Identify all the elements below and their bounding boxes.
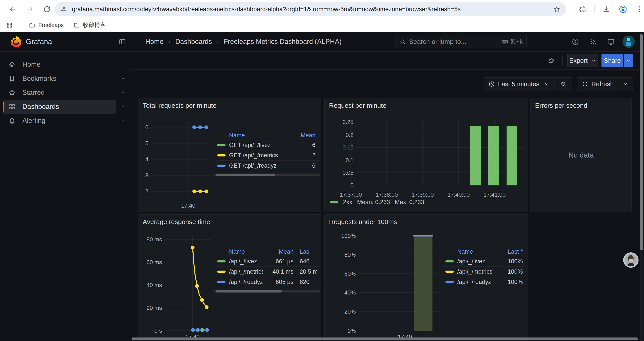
- grafana-app: Grafana Home › Dashboards › Freeleaps Me…: [0, 32, 644, 341]
- chevron-down-icon[interactable]: [120, 104, 126, 110]
- legend-header-mean[interactable]: Mean: [263, 248, 294, 255]
- svg-text:0 s: 0 s: [154, 327, 162, 334]
- toolbar-divider: [562, 56, 563, 65]
- legend-series-name[interactable]: /api/_/livez: [229, 258, 263, 265]
- url-text[interactable]: grafana.mathmast.com/d/deytv4rwavabkb/fr…: [72, 6, 553, 13]
- browser-reload-button[interactable]: [43, 5, 51, 13]
- legend-row: /api/_/readyz 100%: [442, 277, 524, 287]
- panel-title[interactable]: Requests under 100ms: [329, 218, 397, 226]
- legend-series-name[interactable]: GET /api/_/readyz: [229, 162, 287, 169]
- floating-assistant-avatar[interactable]: [623, 252, 638, 268]
- legend-scrollbar[interactable]: [214, 174, 320, 176]
- sidebar-toggle-icon[interactable]: [118, 38, 126, 46]
- folder-icon: [74, 22, 80, 29]
- legend-header-last[interactable]: Las: [294, 248, 320, 255]
- share-menu-button[interactable]: [624, 54, 633, 67]
- bookmark-icon: [8, 75, 16, 82]
- favorite-star-icon[interactable]: [548, 57, 555, 64]
- legend-header-name[interactable]: Name: [457, 248, 496, 255]
- legend-scrollbar[interactable]: [214, 290, 320, 292]
- legend-last-value: 100%: [496, 258, 524, 265]
- legend-last-value: 20.5 m: [294, 268, 320, 275]
- news-icon[interactable]: [590, 38, 597, 46]
- refresh-button[interactable]: Refresh: [577, 78, 618, 91]
- legend-series-name[interactable]: /api/_/metrics: [229, 268, 263, 275]
- panel-requests-under-100ms: Requests under 100ms 100%80%60%40%20%0%1…: [324, 214, 528, 341]
- svg-text:60%: 60%: [344, 270, 356, 277]
- series-color-pill: [217, 154, 226, 156]
- panel-title[interactable]: Request per minute: [329, 102, 386, 109]
- breadcrumb-home[interactable]: Home: [145, 38, 164, 46]
- legend-series-name[interactable]: /api/_/readyz: [229, 279, 263, 285]
- site-settings-icon[interactable]: [60, 6, 67, 13]
- svg-text:17:41:00: 17:41:00: [483, 191, 506, 198]
- help-icon[interactable]: [572, 38, 579, 46]
- panel-title[interactable]: Errors per second: [535, 102, 587, 109]
- bookmark-folder-blogs[interactable]: 收藏博客: [74, 21, 106, 29]
- zoom-out-button[interactable]: [554, 78, 572, 91]
- panel-request-per-minute: Request per minute 0.250.20.150.10.05017…: [324, 98, 528, 212]
- alert-bell-icon: [8, 117, 16, 124]
- search-shortcut: ⌘+k: [502, 38, 522, 45]
- bar-chart[interactable]: 0.250.20.150.10.05017:37:0017:38:0017:39…: [325, 98, 528, 212]
- svg-text:80%: 80%: [344, 251, 356, 258]
- monitor-icon[interactable]: [607, 38, 615, 46]
- breadcrumb-current-page[interactable]: Freeleaps Metrics Dashboard (ALPHA): [224, 38, 342, 46]
- sidebar-item-dashboards[interactable]: Dashboards: [3, 100, 116, 114]
- browser-forward-button[interactable]: [26, 5, 34, 13]
- horizontal-scrollbar[interactable]: [132, 337, 638, 340]
- time-range-button[interactable]: Last 5 minutes: [484, 78, 554, 91]
- brand-title: Grafana: [26, 32, 52, 52]
- share-button[interactable]: Share: [602, 54, 623, 67]
- series-color-pill: [217, 165, 226, 167]
- panel-title[interactable]: Average response time: [143, 218, 210, 226]
- vertical-scrollbar[interactable]: [640, 33, 643, 341]
- extensions-icon[interactable]: [579, 5, 586, 13]
- chevron-down-icon[interactable]: [120, 118, 126, 124]
- legend-header-name[interactable]: Name: [229, 132, 287, 139]
- legend-series-name[interactable]: 2xx: [343, 199, 352, 206]
- legend-header: Name Last *: [442, 247, 524, 256]
- browser-profile-icon[interactable]: [618, 5, 627, 14]
- sidebar-nav: Home Bookmarks Starred Dashboards Alerti…: [0, 52, 131, 341]
- bookmark-star-icon[interactable]: [553, 6, 560, 13]
- legend-header-mean[interactable]: Mean: [287, 132, 320, 139]
- browser-back-button[interactable]: [9, 5, 17, 13]
- refresh-interval-button[interactable]: [618, 78, 632, 91]
- legend-last-value: 100%: [496, 268, 524, 275]
- vertical-scrollbar-thumb[interactable]: [640, 34, 643, 250]
- legend-series-name[interactable]: /api/_/livez: [457, 258, 496, 265]
- legend-header-last[interactable]: Last *: [496, 248, 524, 255]
- legend-last-value: 620: [294, 279, 320, 285]
- legend-header-name[interactable]: Name: [229, 248, 263, 255]
- svg-text:17:40: 17:40: [181, 202, 195, 209]
- address-bar[interactable]: grafana.mathmast.com/d/deytv4rwavabkb/fr…: [55, 2, 566, 16]
- sidebar-item-alerting[interactable]: Alerting: [3, 114, 116, 128]
- svg-text:40%: 40%: [344, 289, 356, 296]
- bookmark-folder-freeleaps[interactable]: Freeleaps: [29, 22, 64, 29]
- svg-text:4: 4: [145, 156, 148, 163]
- sidebar-item-home[interactable]: Home: [3, 58, 116, 72]
- svg-text:2: 2: [145, 188, 148, 195]
- series-color-pill: [446, 260, 454, 262]
- refresh-label: Refresh: [592, 81, 614, 88]
- legend-series-name[interactable]: /api/_/metrics: [457, 268, 496, 275]
- chevron-down-icon[interactable]: [120, 76, 126, 81]
- download-icon[interactable]: [602, 5, 610, 13]
- legend-series-name[interactable]: /api/_/readyz: [457, 279, 496, 285]
- legend-max: Max: 0.233: [395, 199, 424, 206]
- sidebar-item-starred[interactable]: Starred: [3, 86, 116, 100]
- export-button[interactable]: Export: [567, 54, 598, 67]
- sidebar-item-bookmarks[interactable]: Bookmarks: [3, 72, 116, 86]
- grafana-logo[interactable]: [10, 35, 22, 48]
- apps-grid-icon[interactable]: [6, 22, 13, 29]
- panel-title[interactable]: Total requests per minute: [143, 102, 216, 109]
- legend-series-name[interactable]: GET /api/_/metrics: [229, 152, 287, 159]
- legend-series-name[interactable]: GET /api/_/livez: [229, 142, 287, 149]
- breadcrumb-dashboards[interactable]: Dashboards: [175, 38, 212, 46]
- user-avatar[interactable]: [622, 36, 635, 48]
- search-input[interactable]: Search or jump to... ⌘+k: [395, 35, 527, 48]
- folder-icon: [29, 22, 35, 29]
- chevron-down-icon[interactable]: [120, 90, 126, 96]
- browser-menu-icon[interactable]: [635, 5, 643, 13]
